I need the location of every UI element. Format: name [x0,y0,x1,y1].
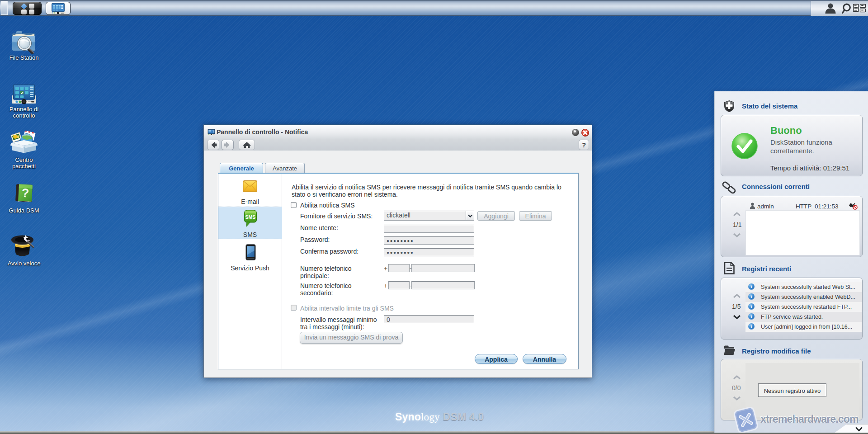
svg-text:?: ? [21,186,29,200]
svg-text:SMS: SMS [245,214,256,220]
